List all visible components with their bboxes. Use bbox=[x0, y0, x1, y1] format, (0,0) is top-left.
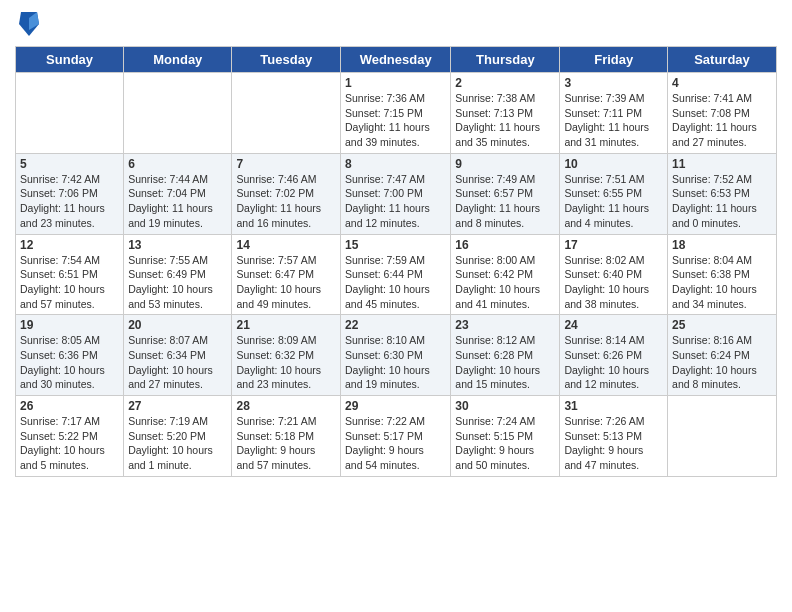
calendar-cell: 6Sunrise: 7:44 AM Sunset: 7:04 PM Daylig… bbox=[124, 153, 232, 234]
day-info: Sunrise: 8:10 AM Sunset: 6:30 PM Dayligh… bbox=[345, 333, 446, 392]
day-info: Sunrise: 7:46 AM Sunset: 7:02 PM Dayligh… bbox=[236, 172, 336, 231]
day-info: Sunrise: 7:38 AM Sunset: 7:13 PM Dayligh… bbox=[455, 91, 555, 150]
day-number: 2 bbox=[455, 76, 555, 90]
calendar-cell: 13Sunrise: 7:55 AM Sunset: 6:49 PM Dayli… bbox=[124, 234, 232, 315]
calendar-cell: 15Sunrise: 7:59 AM Sunset: 6:44 PM Dayli… bbox=[341, 234, 451, 315]
day-number: 11 bbox=[672, 157, 772, 171]
calendar-week-row: 19Sunrise: 8:05 AM Sunset: 6:36 PM Dayli… bbox=[16, 315, 777, 396]
calendar-cell: 5Sunrise: 7:42 AM Sunset: 7:06 PM Daylig… bbox=[16, 153, 124, 234]
calendar-cell: 28Sunrise: 7:21 AM Sunset: 5:18 PM Dayli… bbox=[232, 396, 341, 477]
calendar-cell: 24Sunrise: 8:14 AM Sunset: 6:26 PM Dayli… bbox=[560, 315, 668, 396]
day-info: Sunrise: 7:39 AM Sunset: 7:11 PM Dayligh… bbox=[564, 91, 663, 150]
day-number: 7 bbox=[236, 157, 336, 171]
day-number: 13 bbox=[128, 238, 227, 252]
calendar-cell: 27Sunrise: 7:19 AM Sunset: 5:20 PM Dayli… bbox=[124, 396, 232, 477]
calendar-week-row: 5Sunrise: 7:42 AM Sunset: 7:06 PM Daylig… bbox=[16, 153, 777, 234]
day-number: 20 bbox=[128, 318, 227, 332]
day-info: Sunrise: 8:04 AM Sunset: 6:38 PM Dayligh… bbox=[672, 253, 772, 312]
day-number: 24 bbox=[564, 318, 663, 332]
day-info: Sunrise: 7:57 AM Sunset: 6:47 PM Dayligh… bbox=[236, 253, 336, 312]
weekday-header: Sunday bbox=[16, 47, 124, 73]
day-info: Sunrise: 8:07 AM Sunset: 6:34 PM Dayligh… bbox=[128, 333, 227, 392]
calendar-cell: 21Sunrise: 8:09 AM Sunset: 6:32 PM Dayli… bbox=[232, 315, 341, 396]
day-number: 9 bbox=[455, 157, 555, 171]
weekday-header: Saturday bbox=[668, 47, 777, 73]
day-number: 1 bbox=[345, 76, 446, 90]
day-number: 5 bbox=[20, 157, 119, 171]
day-info: Sunrise: 7:36 AM Sunset: 7:15 PM Dayligh… bbox=[345, 91, 446, 150]
day-number: 25 bbox=[672, 318, 772, 332]
calendar-cell: 18Sunrise: 8:04 AM Sunset: 6:38 PM Dayli… bbox=[668, 234, 777, 315]
day-number: 31 bbox=[564, 399, 663, 413]
weekday-header: Thursday bbox=[451, 47, 560, 73]
calendar-cell: 30Sunrise: 7:24 AM Sunset: 5:15 PM Dayli… bbox=[451, 396, 560, 477]
calendar-header-row: SundayMondayTuesdayWednesdayThursdayFrid… bbox=[16, 47, 777, 73]
calendar-cell bbox=[668, 396, 777, 477]
logo-icon bbox=[17, 10, 41, 38]
calendar-cell bbox=[124, 73, 232, 154]
calendar-week-row: 1Sunrise: 7:36 AM Sunset: 7:15 PM Daylig… bbox=[16, 73, 777, 154]
calendar-cell: 25Sunrise: 8:16 AM Sunset: 6:24 PM Dayli… bbox=[668, 315, 777, 396]
day-number: 8 bbox=[345, 157, 446, 171]
day-number: 3 bbox=[564, 76, 663, 90]
day-number: 22 bbox=[345, 318, 446, 332]
calendar-cell: 12Sunrise: 7:54 AM Sunset: 6:51 PM Dayli… bbox=[16, 234, 124, 315]
day-number: 26 bbox=[20, 399, 119, 413]
day-info: Sunrise: 8:05 AM Sunset: 6:36 PM Dayligh… bbox=[20, 333, 119, 392]
day-number: 29 bbox=[345, 399, 446, 413]
calendar-cell: 2Sunrise: 7:38 AM Sunset: 7:13 PM Daylig… bbox=[451, 73, 560, 154]
calendar-week-row: 26Sunrise: 7:17 AM Sunset: 5:22 PM Dayli… bbox=[16, 396, 777, 477]
day-info: Sunrise: 7:49 AM Sunset: 6:57 PM Dayligh… bbox=[455, 172, 555, 231]
calendar-cell: 16Sunrise: 8:00 AM Sunset: 6:42 PM Dayli… bbox=[451, 234, 560, 315]
day-number: 12 bbox=[20, 238, 119, 252]
day-number: 14 bbox=[236, 238, 336, 252]
calendar-cell: 20Sunrise: 8:07 AM Sunset: 6:34 PM Dayli… bbox=[124, 315, 232, 396]
day-number: 18 bbox=[672, 238, 772, 252]
calendar-cell: 11Sunrise: 7:52 AM Sunset: 6:53 PM Dayli… bbox=[668, 153, 777, 234]
day-info: Sunrise: 7:17 AM Sunset: 5:22 PM Dayligh… bbox=[20, 414, 119, 473]
day-number: 19 bbox=[20, 318, 119, 332]
calendar-cell: 4Sunrise: 7:41 AM Sunset: 7:08 PM Daylig… bbox=[668, 73, 777, 154]
day-info: Sunrise: 8:00 AM Sunset: 6:42 PM Dayligh… bbox=[455, 253, 555, 312]
day-info: Sunrise: 7:42 AM Sunset: 7:06 PM Dayligh… bbox=[20, 172, 119, 231]
calendar-cell: 31Sunrise: 7:26 AM Sunset: 5:13 PM Dayli… bbox=[560, 396, 668, 477]
day-number: 15 bbox=[345, 238, 446, 252]
day-number: 17 bbox=[564, 238, 663, 252]
page-container: SundayMondayTuesdayWednesdayThursdayFrid… bbox=[0, 0, 792, 487]
day-info: Sunrise: 7:59 AM Sunset: 6:44 PM Dayligh… bbox=[345, 253, 446, 312]
day-number: 6 bbox=[128, 157, 227, 171]
day-info: Sunrise: 7:44 AM Sunset: 7:04 PM Dayligh… bbox=[128, 172, 227, 231]
day-number: 4 bbox=[672, 76, 772, 90]
calendar-cell: 23Sunrise: 8:12 AM Sunset: 6:28 PM Dayli… bbox=[451, 315, 560, 396]
day-info: Sunrise: 8:09 AM Sunset: 6:32 PM Dayligh… bbox=[236, 333, 336, 392]
calendar-cell: 14Sunrise: 7:57 AM Sunset: 6:47 PM Dayli… bbox=[232, 234, 341, 315]
logo-text bbox=[15, 10, 41, 38]
weekday-header: Monday bbox=[124, 47, 232, 73]
day-info: Sunrise: 7:21 AM Sunset: 5:18 PM Dayligh… bbox=[236, 414, 336, 473]
day-info: Sunrise: 7:26 AM Sunset: 5:13 PM Dayligh… bbox=[564, 414, 663, 473]
logo bbox=[15, 10, 41, 38]
calendar-cell: 10Sunrise: 7:51 AM Sunset: 6:55 PM Dayli… bbox=[560, 153, 668, 234]
day-number: 21 bbox=[236, 318, 336, 332]
day-info: Sunrise: 7:52 AM Sunset: 6:53 PM Dayligh… bbox=[672, 172, 772, 231]
calendar-cell bbox=[16, 73, 124, 154]
day-info: Sunrise: 7:41 AM Sunset: 7:08 PM Dayligh… bbox=[672, 91, 772, 150]
calendar-cell: 8Sunrise: 7:47 AM Sunset: 7:00 PM Daylig… bbox=[341, 153, 451, 234]
calendar-week-row: 12Sunrise: 7:54 AM Sunset: 6:51 PM Dayli… bbox=[16, 234, 777, 315]
calendar-cell: 7Sunrise: 7:46 AM Sunset: 7:02 PM Daylig… bbox=[232, 153, 341, 234]
day-info: Sunrise: 7:22 AM Sunset: 5:17 PM Dayligh… bbox=[345, 414, 446, 473]
calendar-cell bbox=[232, 73, 341, 154]
page-header bbox=[15, 10, 777, 38]
calendar-cell: 26Sunrise: 7:17 AM Sunset: 5:22 PM Dayli… bbox=[16, 396, 124, 477]
calendar-cell: 22Sunrise: 8:10 AM Sunset: 6:30 PM Dayli… bbox=[341, 315, 451, 396]
weekday-header: Tuesday bbox=[232, 47, 341, 73]
day-info: Sunrise: 8:12 AM Sunset: 6:28 PM Dayligh… bbox=[455, 333, 555, 392]
day-number: 27 bbox=[128, 399, 227, 413]
day-info: Sunrise: 7:54 AM Sunset: 6:51 PM Dayligh… bbox=[20, 253, 119, 312]
day-number: 28 bbox=[236, 399, 336, 413]
weekday-header: Wednesday bbox=[341, 47, 451, 73]
day-info: Sunrise: 8:16 AM Sunset: 6:24 PM Dayligh… bbox=[672, 333, 772, 392]
day-number: 16 bbox=[455, 238, 555, 252]
day-info: Sunrise: 7:55 AM Sunset: 6:49 PM Dayligh… bbox=[128, 253, 227, 312]
day-info: Sunrise: 8:02 AM Sunset: 6:40 PM Dayligh… bbox=[564, 253, 663, 312]
